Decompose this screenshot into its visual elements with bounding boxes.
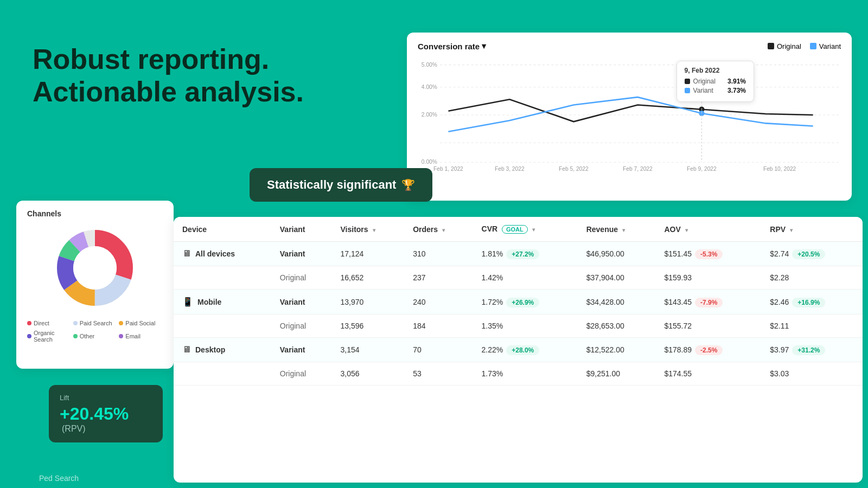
- cell-rpv: $3.03: [761, 362, 863, 386]
- cvr-value: 1.81%: [482, 249, 503, 258]
- legend-email: Email: [119, 330, 163, 343]
- col-visitors[interactable]: Visitors ▾: [332, 217, 405, 242]
- cvr-badge: +27.2%: [506, 249, 539, 259]
- cell-cvr: 2.22%+28.0%: [473, 338, 578, 362]
- table-row: 📱MobileVariant13,9702401.72%+26.9%$34,42…: [174, 290, 863, 314]
- ped-search: Ped Search: [39, 474, 79, 483]
- cell-variant: Original: [271, 362, 332, 386]
- cell-orders: 70: [404, 338, 473, 362]
- legend-variant: Variant: [810, 42, 841, 50]
- svg-text:Feb 3, 2022: Feb 3, 2022: [495, 166, 525, 172]
- cell-rpv: $3.97+31.2%: [761, 338, 863, 362]
- cell-visitors: 13,596: [332, 314, 405, 338]
- variant-value: Variant: [280, 345, 305, 354]
- rpv-value: $2.46: [770, 298, 789, 306]
- col-aov[interactable]: AOV ▾: [655, 217, 761, 242]
- cell-revenue: $46,950.00: [578, 242, 656, 266]
- cell-visitors: 17,124: [332, 242, 405, 266]
- svg-text:5.00%: 5.00%: [422, 62, 437, 68]
- cell-variant: Original: [271, 314, 332, 338]
- cvr-badge: +28.0%: [506, 345, 539, 355]
- variant-value: Variant: [280, 249, 305, 258]
- cell-device: [174, 362, 271, 386]
- rpv-value: $2.11: [770, 322, 789, 330]
- cell-device: [174, 314, 271, 338]
- variant-value: Original: [280, 322, 306, 330]
- stat-sig-label: Statistically significant: [267, 178, 396, 192]
- data-table: Device Variant Visitors ▾ Orders ▾ CVR G…: [174, 217, 863, 386]
- stat-sig-badge: Statistically significant 🏆: [250, 168, 432, 202]
- legend-organic: Organic Search: [27, 330, 71, 343]
- aov-value: $151.45: [664, 249, 692, 258]
- rpv-sort-icon: ▾: [790, 227, 793, 233]
- aov-value: $143.45: [664, 298, 692, 306]
- col-device[interactable]: Device: [174, 217, 271, 242]
- cell-revenue: $9,251.00: [578, 362, 656, 386]
- col-rpv[interactable]: RPV ▾: [761, 217, 863, 242]
- chart-dropdown-icon[interactable]: ▾: [482, 41, 486, 51]
- cvr-badge: +26.9%: [506, 298, 539, 307]
- cell-orders: 53: [404, 362, 473, 386]
- variant-legend-label: Variant: [819, 42, 841, 50]
- variant-value: Original: [280, 273, 306, 282]
- rpv-value: $2.74: [770, 249, 789, 258]
- direct-label: Direct: [34, 320, 49, 326]
- variant-value: Variant: [280, 298, 305, 306]
- device-icon: 🖥: [182, 249, 191, 259]
- cell-orders: 310: [404, 242, 473, 266]
- table-row: Original13,5961841.35%$28,653.00$155.72$…: [174, 314, 863, 338]
- cell-aov: $151.45-5.3%: [655, 242, 761, 266]
- col-variant[interactable]: Variant: [271, 217, 332, 242]
- cell-revenue: $37,904.00: [578, 266, 656, 290]
- aov-value: $159.93: [664, 273, 692, 282]
- chart-title[interactable]: Conversion rate ▾: [418, 41, 486, 51]
- chart-tooltip: 9, Feb 2022 Original 3.91% Variant 3.73%: [676, 61, 754, 102]
- cell-device: [174, 266, 271, 290]
- hero-section: Robust reporting. Actionable analysis.: [33, 43, 304, 108]
- lift-value: +20.45%: [60, 404, 129, 423]
- cell-device: 📱Mobile: [174, 290, 271, 314]
- cell-revenue: $28,653.00: [578, 314, 656, 338]
- cvr-value: 1.42%: [482, 273, 503, 282]
- chart-panel: Conversion rate ▾ Original Variant 9, Fe…: [407, 33, 852, 201]
- cell-aov: $143.45-7.9%: [655, 290, 761, 314]
- variant-legend-dot: [810, 43, 816, 49]
- revenue-sort-icon: ▾: [622, 227, 625, 233]
- device-name: 📱Mobile: [182, 297, 263, 307]
- cell-cvr: 1.72%+26.9%: [473, 290, 578, 314]
- lift-panel: Lift +20.45% (RPV): [49, 385, 163, 442]
- table-row: Original16,6522371.42%$37,904.00$159.93$…: [174, 266, 863, 290]
- cell-orders: 237: [404, 266, 473, 290]
- rpv-value: $3.03: [770, 369, 789, 378]
- cvr-value: 1.35%: [482, 322, 503, 330]
- col-cvr[interactable]: CVR GOAL ▾: [473, 217, 578, 242]
- col-orders[interactable]: Orders ▾: [404, 217, 473, 242]
- channels-legend: Direct Paid Search Paid Social Organic S…: [27, 320, 163, 343]
- variant-value: Original: [280, 369, 306, 378]
- tooltip-original: Original 3.91%: [685, 78, 746, 85]
- col-revenue[interactable]: Revenue ▾: [578, 217, 656, 242]
- svg-text:Feb 5, 2022: Feb 5, 2022: [559, 166, 589, 172]
- tooltip-original-label: Original: [693, 78, 716, 85]
- cell-aov: $178.89-2.5%: [655, 338, 761, 362]
- device-name: 🖥Desktop: [182, 345, 263, 355]
- svg-text:Feb 1, 2022: Feb 1, 2022: [433, 166, 463, 172]
- rpv-value: $2.28: [770, 273, 789, 282]
- cell-revenue: $34,428.00: [578, 290, 656, 314]
- aov-badge: -5.3%: [695, 249, 723, 259]
- channels-panel: Channels Direct Paid Search: [16, 201, 174, 369]
- tooltip-date: 9, Feb 2022: [685, 67, 746, 74]
- svg-text:Feb 10, 2022: Feb 10, 2022: [763, 166, 796, 172]
- cell-aov: $174.55: [655, 362, 761, 386]
- tooltip-variant-color: [685, 88, 690, 93]
- rpv-badge: +31.2%: [792, 345, 825, 355]
- hero-line1: Robust reporting.: [33, 43, 304, 76]
- cell-revenue: $12,522.00: [578, 338, 656, 362]
- goal-badge: GOAL: [502, 225, 528, 234]
- cvr-value: 1.72%: [482, 298, 503, 306]
- chart-svg: 5.00% 4.00% 2.00% 0.00% Feb 1, 2022 Feb …: [418, 55, 841, 175]
- tooltip-original-value: 3.91%: [719, 78, 746, 85]
- legend-other: Other: [73, 330, 117, 343]
- cell-orders: 240: [404, 290, 473, 314]
- cvr-value: 1.73%: [482, 369, 503, 378]
